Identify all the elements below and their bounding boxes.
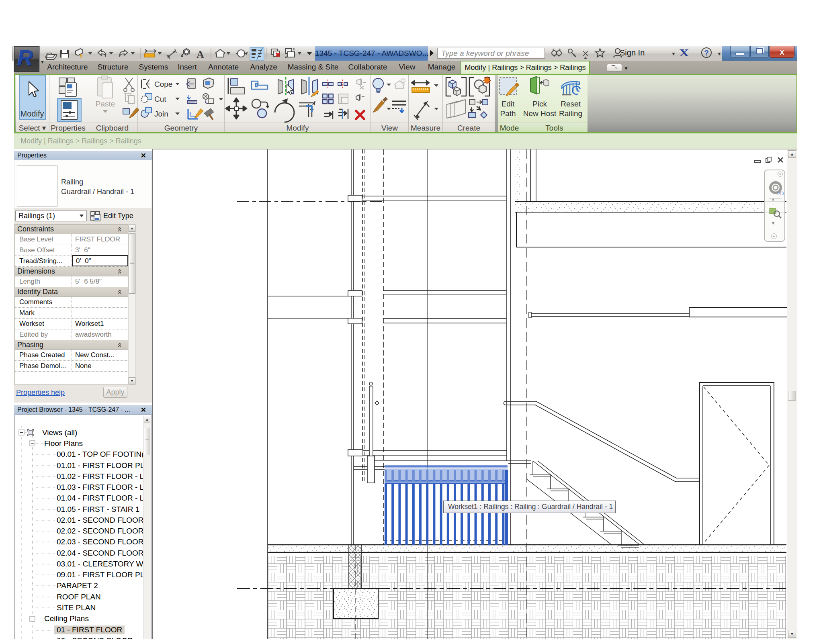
svg-text:Modify: Modify <box>20 109 44 118</box>
svg-text:Cut: Cut <box>154 95 166 103</box>
svg-text:New Host: New Host <box>523 109 557 118</box>
svg-text:Edit: Edit <box>502 100 515 108</box>
svg-text:Paste: Paste <box>96 100 115 108</box>
svg-text:Pick: Pick <box>532 100 547 108</box>
svg-text:A: A <box>197 49 204 60</box>
svg-text:Path: Path <box>500 109 516 118</box>
svg-text:2D: 2D <box>777 190 784 196</box>
svg-text:Join: Join <box>154 110 168 118</box>
svg-text:Cope: Cope <box>154 80 172 88</box>
svg-text:Reset: Reset <box>561 100 581 108</box>
svg-text:Railing: Railing <box>559 109 582 118</box>
